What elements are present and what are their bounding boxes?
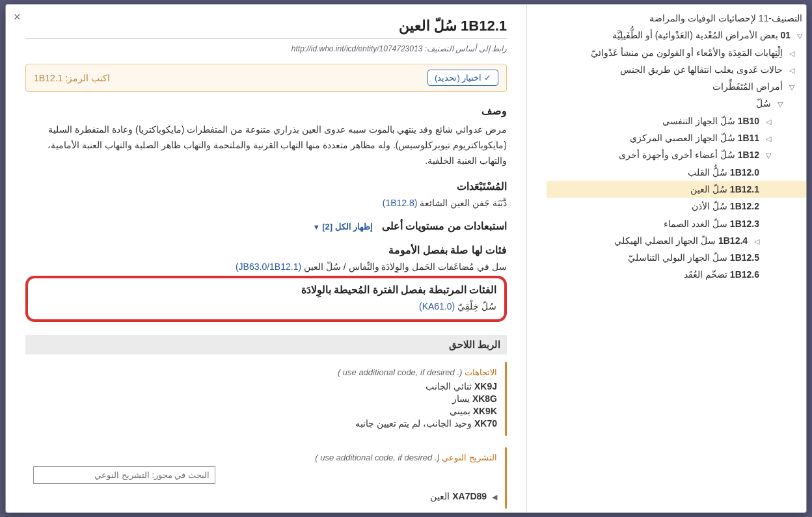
perinatal-code-link[interactable]: (KA61.0) (419, 301, 455, 312)
postcoord-item-label: وحيد الجانب، لم يتم تعيين جانبه (355, 418, 472, 429)
hierarchy-sidebar: التصنيف-11 لإحصائيات الوفيات والمراضة▽ 0… (526, 5, 806, 512)
tree-code: 1B11 (738, 133, 759, 143)
description-text: مرض عدوائي شائع وقد ينتهي بالموت سببه عد… (25, 122, 507, 168)
postcoord-note: ( use additional code, if desired .) (338, 367, 463, 377)
main-content: 1B12.1 سُلّ العين رابط إلى أساس التصنيف:… (6, 5, 526, 512)
tree-item[interactable]: 1B12.5 سلّ الجهاز البولي التناسليّ (547, 249, 806, 266)
postcoord-item-code: XK9K (473, 406, 497, 416)
upper-exclusions-heading: استبعادات من مستويات أعلى إظهار الكل [2]… (25, 220, 507, 232)
tree-label: سلّ الغدد الصماء (664, 219, 727, 229)
tree-code: 1B12.1 (730, 184, 759, 194)
postcoord-group: الاتجاهات ( use additional code, if desi… (25, 362, 507, 436)
select-button[interactable]: ✓ اختيار (تحديد) (427, 70, 498, 86)
tree-code: 1B12.0 (730, 167, 759, 178)
tree-label: سُلّ الجهاز التنفسي (662, 116, 735, 126)
modal-window: × 1B12.1 سُلّ العين رابط إلى أساس التصني… (5, 4, 807, 513)
tree-toggle-icon[interactable]: ◁ (763, 117, 771, 127)
postcoord-item-label: ثنائي الجانب (426, 381, 472, 391)
tree-item[interactable]: ▽ 1B12 سُلّ أعضاء أخرى وأجهزة أخرى (547, 146, 806, 163)
tree-label: التصنيف-11 لإحصائيات الوفيات والمراضة (649, 13, 802, 23)
postcoord-item[interactable]: XK70 وحيد الجانب، لم يتم تعيين جانبه (33, 418, 497, 429)
tree-item[interactable]: ▽ أمراض المُتَفَطِّرات (547, 78, 806, 95)
title-text: سُلّ العين (399, 18, 457, 34)
tree-item[interactable]: 1B12.3 سلّ الغدد الصماء (547, 215, 806, 232)
tree-label: سُلّ أعضاء أخرى وأجهزة أخرى (619, 150, 735, 160)
page-title: 1B12.1 سُلّ العين (25, 18, 507, 39)
postcoord-item-code: XA7D89 (452, 491, 487, 501)
tree-item[interactable]: ◁ اِلْتِهابات المَعِدَة والأمْعاء أو الق… (547, 44, 806, 61)
tree-item[interactable]: ▽ 01 بعض الأمراض المُعْدية (العَدْوائية)… (547, 27, 806, 44)
postcoord-item-code: XK8G (472, 393, 497, 404)
tree-label: سُلّ الجهاز العصبي المركزي (630, 133, 735, 143)
tree-label: أمراض المُتَفَطِّرات (712, 81, 783, 92)
exclusion-code-link[interactable]: (1B12.8) (383, 198, 418, 208)
tree-label: سُلّ الأذن (692, 201, 727, 211)
tree-label: سلّ الجهاز العضلي الهيكلي (614, 235, 716, 246)
maternal-code-link[interactable]: (JB63.0/1B12.1) (236, 261, 301, 272)
tree-label: بعض الأمراض المُعْدية (العَدْوائية) أو ا… (612, 30, 778, 40)
tree-item[interactable]: 1B12.0 سُلُّ القلب (547, 164, 806, 181)
tree-toggle-icon[interactable]: ◁ (763, 134, 771, 144)
tree-label: سُلُّ القلب (688, 167, 727, 178)
perinatal-highlight: الفئات المرتبطة بفصل الفترة المُحيطة بال… (25, 276, 507, 322)
tree-code: 1B12.3 (730, 219, 759, 229)
show-all-link[interactable]: إظهار الكل [2] ▼ (313, 222, 373, 232)
perinatal-item: سُلّ خِلْقِيّ (KA61.0) (36, 301, 496, 312)
foundation-link: رابط إلى أساس التصنيف: http://id.who.int… (25, 44, 507, 53)
tree-label: حالات عَدوى يغلب انتقالها عن طريق الجنس (620, 64, 783, 75)
tree-item[interactable]: ◁ 1B12.4 سلّ الجهاز العضلي الهيكلي (547, 232, 806, 249)
foundation-url[interactable]: http://id.who.int/icd/entity/1074723013 (291, 44, 422, 53)
tree-item[interactable]: ◁ 1B11 سُلّ الجهاز العصبي المركزي (547, 129, 806, 146)
chevron-down-icon: ▼ (313, 223, 320, 231)
tree-item[interactable]: 1B12.1 سُلّ العين (547, 181, 806, 198)
postcoord-item[interactable]: XK9K بميني (33, 406, 497, 416)
postcoord-item[interactable]: XK9J ثنائي الجانب (33, 381, 497, 391)
postcoord-item[interactable]: XK8G يسار (33, 393, 497, 404)
tree-item[interactable]: ◁ حالات عَدوى يغلب انتقالها عن طريق الجن… (547, 61, 806, 78)
postcoord-item-label: العين (430, 491, 450, 501)
chevron-left-icon[interactable]: ◀ (492, 493, 497, 501)
exclusions-heading: المُسْتَبْعَدات (25, 180, 507, 192)
tree-code: 01 (781, 30, 791, 40)
tree-toggle-icon[interactable]: ▽ (775, 99, 783, 110)
exclusion-item: دَّبَبَة جَفن العين الشائعة (1B12.8) (25, 198, 507, 208)
tree-toggle-icon[interactable]: ▽ (794, 31, 802, 42)
tree-toggle-icon[interactable]: ◁ (751, 237, 759, 247)
tree-toggle-icon[interactable]: ◁ (787, 49, 794, 59)
code-display: اكتب الرمز: 1B12.1 (34, 73, 110, 83)
postcoord-item-label: يسار (452, 393, 470, 404)
close-icon[interactable]: × (11, 8, 23, 25)
postcoord-item-label: بميني (450, 406, 470, 416)
postcoord-item-code: XK9J (474, 381, 497, 391)
tree-item[interactable]: 1B12.6 تضخّم العُقَد (547, 266, 806, 283)
tree-toggle-icon[interactable]: ▽ (763, 151, 771, 161)
perinatal-heading: الفئات المرتبطة بفصل الفترة المُحيطة بال… (36, 284, 496, 296)
tree-item[interactable]: ◁ 1B10 سُلّ الجهاز التنفسي (547, 113, 806, 129)
tree-item[interactable]: التصنيف-11 لإحصائيات الوفيات والمراضة (547, 10, 806, 27)
postcoord-group-name: التشريح النوعي (442, 453, 497, 462)
tree-code: 1B12.6 (730, 269, 759, 280)
postcoord-group: التشريح النوعي ( use additional code, if… (25, 447, 507, 509)
code-action-bar: ✓ اختيار (تحديد) اكتب الرمز: 1B12.1 (25, 64, 507, 92)
tree-code: 1B12.5 (730, 252, 759, 263)
tree-item[interactable]: ▽ سُلّ (547, 95, 806, 112)
tree-label: اِلْتِهابات المَعِدَة والأمْعاء أو القول… (591, 47, 783, 58)
tree-item[interactable]: 1B12.2 سُلّ الأذن (547, 198, 806, 215)
title-code: 1B12.1 (461, 18, 507, 34)
description-heading: وصف (25, 105, 507, 117)
postcoord-heading: الربط اللاحق (25, 335, 507, 354)
tree-label: سُلّ (756, 98, 771, 109)
postcoord-group-head: الاتجاهات ( use additional code, if desi… (33, 367, 497, 377)
postcoord-group-name: الاتجاهات (465, 367, 497, 377)
tree-label: سُلّ العين (690, 184, 727, 194)
postcoord-search-input[interactable] (33, 466, 215, 484)
postcoord-note: ( use additional code, if desired .) (315, 453, 440, 462)
postcoord-item-code: XK70 (474, 418, 497, 429)
tree-toggle-icon[interactable]: ◁ (787, 66, 794, 76)
tree-code: 1B12.4 (718, 235, 748, 246)
tree-code: 1B12 (738, 150, 759, 160)
tree-toggle-icon[interactable]: ▽ (787, 83, 794, 93)
postcoord-item[interactable]: ◀ XA7D89 العين (33, 491, 497, 501)
tree-code: 1B10 (738, 116, 759, 126)
tree-label: سلّ الجهاز البولي التناسليّ (628, 252, 727, 263)
